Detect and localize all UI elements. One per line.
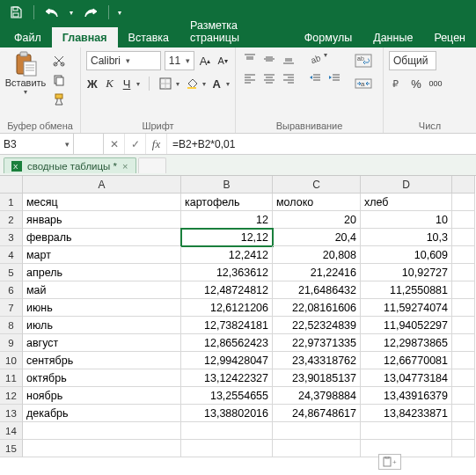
row-header[interactable]: 11	[0, 369, 23, 387]
font-size-combo[interactable]: 11▾	[165, 51, 194, 70]
close-icon[interactable]: ×	[122, 161, 128, 172]
cell-A15[interactable]	[23, 440, 181, 457]
column-header-D[interactable]: D	[361, 176, 452, 194]
cell-A6[interactable]: май	[23, 281, 181, 299]
cell-B6[interactable]: 12,48724812	[181, 281, 273, 299]
copy-button[interactable]	[49, 72, 69, 88]
cell-B4[interactable]: 12,2412	[181, 246, 273, 264]
cell-C3[interactable]: 20,4	[273, 229, 361, 246]
cell-A1[interactable]: месяц	[23, 194, 181, 211]
cell-blank[interactable]	[452, 229, 475, 246]
row-header[interactable]: 8	[0, 317, 23, 334]
font-name-combo[interactable]: Calibri▾	[86, 51, 161, 70]
underline-button[interactable]: Ч	[121, 76, 133, 91]
cell-B3[interactable]: 12,12	[181, 229, 273, 246]
row-header[interactable]: 15	[0, 440, 23, 457]
undo-dropdown[interactable]: ▾	[66, 2, 77, 23]
cell-blank[interactable]	[452, 422, 475, 440]
cancel-formula-button[interactable]: ✕	[104, 134, 125, 154]
cell-A3[interactable]: февраль	[23, 229, 181, 246]
row-header[interactable]: 1	[0, 194, 23, 211]
cell-blank[interactable]	[452, 334, 475, 352]
cell-C10[interactable]: 23,43318762	[273, 352, 361, 369]
cell-blank[interactable]	[452, 194, 475, 211]
fill-color-button[interactable]	[185, 76, 199, 91]
cell-D8[interactable]: 11,94052297	[361, 317, 452, 334]
cell-A9[interactable]: август	[23, 334, 181, 352]
cell-C15[interactable]	[273, 440, 361, 457]
column-header-B[interactable]: B	[181, 176, 273, 194]
tab-file[interactable]: Файл	[4, 27, 52, 48]
cell-C2[interactable]: 20	[273, 211, 361, 229]
column-header-blank[interactable]	[452, 176, 475, 194]
tab-home[interactable]: Главная	[52, 27, 118, 48]
cut-button[interactable]	[49, 53, 69, 69]
align-right-button[interactable]	[280, 70, 297, 86]
cell-D5[interactable]: 10,92727	[361, 264, 452, 281]
tab-data[interactable]: Данные	[362, 27, 423, 48]
format-painter-button[interactable]	[49, 91, 69, 107]
tab-review[interactable]: Рецен	[423, 27, 476, 48]
row-header[interactable]: 10	[0, 352, 23, 369]
align-left-button[interactable]	[241, 70, 259, 86]
cell-C8[interactable]: 22,52324839	[273, 317, 361, 334]
formula-input[interactable]: =B2+B2*0,01	[167, 134, 476, 154]
redo-button[interactable]	[78, 2, 103, 23]
column-header-C[interactable]: C	[273, 176, 361, 194]
cell-D13[interactable]: 13,84233871	[361, 405, 452, 422]
decrease-indent-button[interactable]	[306, 70, 324, 86]
enter-formula-button[interactable]: ✓	[125, 134, 146, 154]
select-all-corner[interactable]	[0, 176, 23, 194]
cell-C12[interactable]: 24,3798884	[273, 387, 361, 405]
cell-C4[interactable]: 20,808	[273, 246, 361, 264]
cell-A2[interactable]: январь	[23, 211, 181, 229]
percent-format-button[interactable]: %	[408, 76, 424, 91]
row-header[interactable]: 12	[0, 387, 23, 405]
cell-D3[interactable]: 10,3	[361, 229, 452, 246]
number-format-combo[interactable]: Общий	[389, 51, 436, 70]
cell-B14[interactable]	[181, 422, 273, 440]
cell-B9[interactable]: 12,86562423	[181, 334, 273, 352]
increase-indent-button[interactable]	[326, 70, 343, 86]
cell-blank[interactable]	[452, 317, 475, 334]
cell-C5[interactable]: 21,22416	[273, 264, 361, 281]
font-color-button[interactable]: A	[211, 76, 223, 91]
cell-blank[interactable]	[452, 264, 475, 281]
accounting-format-button[interactable]: ₽	[389, 76, 405, 91]
cell-B15[interactable]	[181, 440, 273, 457]
orientation-button[interactable]: ab	[306, 51, 324, 67]
cell-D6[interactable]: 11,2550881	[361, 281, 452, 299]
cell-B10[interactable]: 12,99428047	[181, 352, 273, 369]
italic-button[interactable]: К	[104, 76, 116, 91]
comma-format-button[interactable]: 000	[428, 76, 443, 91]
tab-insert[interactable]: Вставка	[118, 27, 179, 48]
cell-C6[interactable]: 21,6486432	[273, 281, 361, 299]
tab-page-layout[interactable]: Разметка страницы	[179, 15, 294, 48]
merge-center-button[interactable]: a	[352, 74, 375, 93]
row-header[interactable]: 9	[0, 334, 23, 352]
align-center-button[interactable]	[260, 70, 278, 86]
cell-D7[interactable]: 11,59274074	[361, 299, 452, 317]
cell-D2[interactable]: 10	[361, 211, 452, 229]
workbook-tab[interactable]: X сводные таблицы * ×	[4, 157, 136, 173]
cell-B8[interactable]: 12,73824181	[181, 317, 273, 334]
row-header[interactable]: 14	[0, 422, 23, 440]
align-top-button[interactable]	[241, 51, 259, 67]
cell-D9[interactable]: 12,29873865	[361, 334, 452, 352]
cell-D4[interactable]: 10,609	[361, 246, 452, 264]
cell-A5[interactable]: апрель	[23, 264, 181, 281]
row-header[interactable]: 5	[0, 264, 23, 281]
cell-blank[interactable]	[452, 246, 475, 264]
row-header[interactable]: 13	[0, 405, 23, 422]
row-header[interactable]: 4	[0, 246, 23, 264]
align-middle-button[interactable]	[260, 51, 278, 67]
cell-A14[interactable]	[23, 422, 181, 440]
cell-C7[interactable]: 22,08161606	[273, 299, 361, 317]
cell-D12[interactable]: 13,43916379	[361, 387, 452, 405]
cell-B1[interactable]: картофель	[181, 194, 273, 211]
paste-button[interactable]: Вставить ▾	[5, 51, 46, 96]
name-box[interactable]: B3▾	[0, 134, 74, 154]
cell-C14[interactable]	[273, 422, 361, 440]
row-header[interactable]: 7	[0, 299, 23, 317]
insert-function-button[interactable]: fx	[146, 134, 167, 154]
